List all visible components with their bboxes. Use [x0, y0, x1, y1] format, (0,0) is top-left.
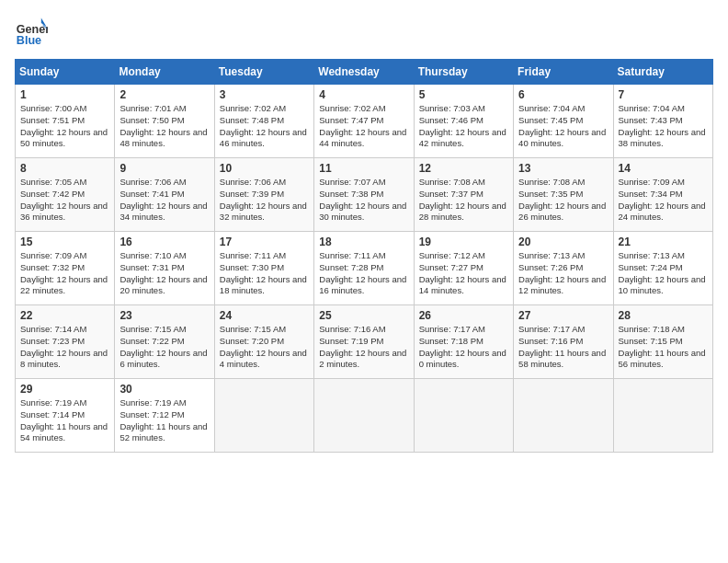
day-info: Sunrise: 7:19 AM Sunset: 7:14 PM Dayligh…: [20, 397, 109, 444]
day-info: Sunrise: 7:02 AM Sunset: 7:47 PM Dayligh…: [319, 103, 408, 150]
calendar-cell: 26Sunrise: 7:17 AM Sunset: 7:18 PM Dayli…: [414, 305, 513, 379]
logo: General Blue: [15, 15, 48, 48]
day-info: Sunrise: 7:14 AM Sunset: 7:23 PM Dayligh…: [20, 324, 109, 371]
calendar-cell: 30Sunrise: 7:19 AM Sunset: 7:12 PM Dayli…: [115, 379, 214, 453]
day-number: 11: [319, 162, 408, 175]
calendar-week-4: 22Sunrise: 7:14 AM Sunset: 7:23 PM Dayli…: [16, 305, 713, 379]
day-info: Sunrise: 7:00 AM Sunset: 7:51 PM Dayligh…: [20, 103, 109, 150]
weekday-friday: Friday: [514, 60, 613, 85]
day-number: 15: [20, 236, 109, 248]
calendar-cell: 5Sunrise: 7:03 AM Sunset: 7:46 PM Daylig…: [414, 85, 513, 158]
day-number: 23: [119, 309, 209, 322]
day-number: 3: [220, 88, 309, 101]
calendar-cell: [214, 379, 313, 453]
weekday-saturday: Saturday: [613, 60, 712, 85]
day-info: Sunrise: 7:01 AM Sunset: 7:50 PM Dayligh…: [119, 103, 209, 150]
calendar-cell: 12Sunrise: 7:08 AM Sunset: 7:37 PM Dayli…: [414, 158, 513, 232]
day-number: 9: [119, 162, 209, 175]
day-info: Sunrise: 7:02 AM Sunset: 7:48 PM Dayligh…: [220, 103, 309, 150]
calendar-cell: [514, 379, 613, 453]
calendar-cell: 29Sunrise: 7:19 AM Sunset: 7:14 PM Dayli…: [16, 379, 115, 453]
weekday-thursday: Thursday: [414, 60, 513, 85]
calendar-cell: 14Sunrise: 7:09 AM Sunset: 7:34 PM Dayli…: [613, 158, 712, 232]
day-info: Sunrise: 7:03 AM Sunset: 7:46 PM Dayligh…: [419, 103, 508, 150]
day-number: 12: [419, 162, 508, 175]
calendar-week-5: 29Sunrise: 7:19 AM Sunset: 7:14 PM Dayli…: [16, 379, 713, 453]
day-info: Sunrise: 7:06 AM Sunset: 7:39 PM Dayligh…: [220, 177, 309, 224]
calendar-week-1: 1Sunrise: 7:00 AM Sunset: 7:51 PM Daylig…: [16, 85, 713, 158]
day-number: 18: [319, 236, 408, 248]
calendar-cell: 10Sunrise: 7:06 AM Sunset: 7:39 PM Dayli…: [214, 158, 313, 232]
day-info: Sunrise: 7:04 AM Sunset: 7:45 PM Dayligh…: [518, 103, 608, 150]
day-number: 5: [419, 88, 508, 101]
calendar-cell: 18Sunrise: 7:11 AM Sunset: 7:28 PM Dayli…: [314, 232, 414, 305]
calendar-cell: 6Sunrise: 7:04 AM Sunset: 7:45 PM Daylig…: [514, 85, 613, 158]
calendar-cell: 28Sunrise: 7:18 AM Sunset: 7:15 PM Dayli…: [613, 305, 712, 379]
calendar-cell: 17Sunrise: 7:11 AM Sunset: 7:30 PM Dayli…: [214, 232, 313, 305]
calendar-cell: 1Sunrise: 7:00 AM Sunset: 7:51 PM Daylig…: [16, 85, 115, 158]
calendar-cell: 21Sunrise: 7:13 AM Sunset: 7:24 PM Dayli…: [613, 232, 712, 305]
calendar-cell: [613, 379, 712, 453]
day-info: Sunrise: 7:15 AM Sunset: 7:22 PM Dayligh…: [119, 324, 209, 371]
day-info: Sunrise: 7:13 AM Sunset: 7:24 PM Dayligh…: [619, 250, 708, 297]
calendar-week-2: 8Sunrise: 7:05 AM Sunset: 7:42 PM Daylig…: [16, 158, 713, 232]
calendar-cell: 8Sunrise: 7:05 AM Sunset: 7:42 PM Daylig…: [16, 158, 115, 232]
calendar-cell: 2Sunrise: 7:01 AM Sunset: 7:50 PM Daylig…: [115, 85, 214, 158]
day-number: 1: [20, 88, 109, 101]
day-number: 14: [619, 162, 708, 175]
day-number: 30: [119, 383, 209, 396]
day-number: 21: [619, 236, 708, 248]
day-number: 20: [518, 236, 608, 248]
calendar-header: SundayMondayTuesdayWednesdayThursdayFrid…: [16, 60, 713, 85]
calendar-cell: 13Sunrise: 7:08 AM Sunset: 7:35 PM Dayli…: [514, 158, 613, 232]
calendar-cell: 4Sunrise: 7:02 AM Sunset: 7:47 PM Daylig…: [314, 85, 414, 158]
day-number: 26: [419, 309, 508, 322]
calendar-table: SundayMondayTuesdayWednesdayThursdayFrid…: [15, 59, 713, 453]
calendar-body: 1Sunrise: 7:00 AM Sunset: 7:51 PM Daylig…: [16, 85, 713, 453]
calendar-cell: 15Sunrise: 7:09 AM Sunset: 7:32 PM Dayli…: [16, 232, 115, 305]
day-number: 6: [518, 88, 608, 101]
weekday-sunday: Sunday: [16, 60, 115, 85]
day-info: Sunrise: 7:19 AM Sunset: 7:12 PM Dayligh…: [119, 397, 209, 444]
calendar-week-3: 15Sunrise: 7:09 AM Sunset: 7:32 PM Dayli…: [16, 232, 713, 305]
calendar-cell: 16Sunrise: 7:10 AM Sunset: 7:31 PM Dayli…: [115, 232, 214, 305]
day-number: 16: [119, 236, 209, 248]
day-number: 22: [20, 309, 109, 322]
day-info: Sunrise: 7:18 AM Sunset: 7:15 PM Dayligh…: [619, 324, 708, 371]
logo-icon: General Blue: [15, 15, 48, 48]
calendar-cell: 25Sunrise: 7:16 AM Sunset: 7:19 PM Dayli…: [314, 305, 414, 379]
calendar-cell: 23Sunrise: 7:15 AM Sunset: 7:22 PM Dayli…: [115, 305, 214, 379]
day-info: Sunrise: 7:16 AM Sunset: 7:19 PM Dayligh…: [319, 324, 408, 371]
calendar-cell: 7Sunrise: 7:04 AM Sunset: 7:43 PM Daylig…: [613, 85, 712, 158]
calendar-cell: 22Sunrise: 7:14 AM Sunset: 7:23 PM Dayli…: [16, 305, 115, 379]
day-number: 19: [419, 236, 508, 248]
day-info: Sunrise: 7:13 AM Sunset: 7:26 PM Dayligh…: [518, 250, 608, 297]
calendar-cell: [314, 379, 414, 453]
calendar-cell: [414, 379, 513, 453]
header: General Blue: [15, 15, 713, 48]
day-info: Sunrise: 7:07 AM Sunset: 7:38 PM Dayligh…: [319, 177, 408, 224]
day-info: Sunrise: 7:09 AM Sunset: 7:34 PM Dayligh…: [619, 177, 708, 224]
day-number: 13: [518, 162, 608, 175]
day-info: Sunrise: 7:15 AM Sunset: 7:20 PM Dayligh…: [220, 324, 309, 371]
weekday-tuesday: Tuesday: [214, 60, 313, 85]
calendar-cell: 24Sunrise: 7:15 AM Sunset: 7:20 PM Dayli…: [214, 305, 313, 379]
day-number: 27: [518, 309, 608, 322]
weekday-monday: Monday: [115, 60, 214, 85]
day-info: Sunrise: 7:11 AM Sunset: 7:28 PM Dayligh…: [319, 250, 408, 297]
day-number: 28: [619, 309, 708, 322]
day-number: 2: [119, 88, 209, 101]
calendar-cell: 11Sunrise: 7:07 AM Sunset: 7:38 PM Dayli…: [314, 158, 414, 232]
day-number: 4: [319, 88, 408, 101]
day-number: 17: [220, 236, 309, 248]
day-info: Sunrise: 7:08 AM Sunset: 7:37 PM Dayligh…: [419, 177, 508, 224]
day-info: Sunrise: 7:10 AM Sunset: 7:31 PM Dayligh…: [119, 250, 209, 297]
day-info: Sunrise: 7:08 AM Sunset: 7:35 PM Dayligh…: [518, 177, 608, 224]
day-number: 7: [619, 88, 708, 101]
day-info: Sunrise: 7:12 AM Sunset: 7:27 PM Dayligh…: [419, 250, 508, 297]
svg-text:Blue: Blue: [17, 34, 41, 47]
calendar-cell: 19Sunrise: 7:12 AM Sunset: 7:27 PM Dayli…: [414, 232, 513, 305]
day-number: 25: [319, 309, 408, 322]
day-info: Sunrise: 7:05 AM Sunset: 7:42 PM Dayligh…: [20, 177, 109, 224]
day-number: 10: [220, 162, 309, 175]
